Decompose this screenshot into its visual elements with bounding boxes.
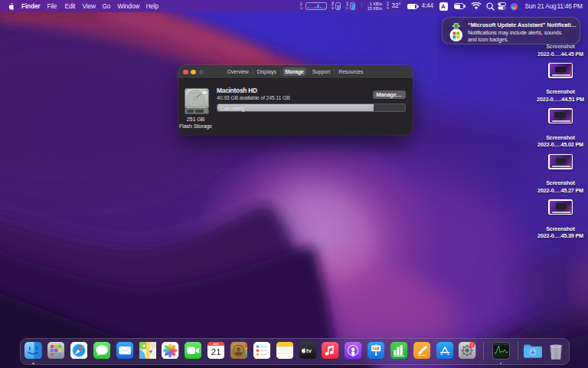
svg-text:AUG: AUG bbox=[213, 343, 219, 346]
svg-text:21: 21 bbox=[211, 347, 221, 356]
svg-text:tv: tv bbox=[306, 347, 312, 354]
